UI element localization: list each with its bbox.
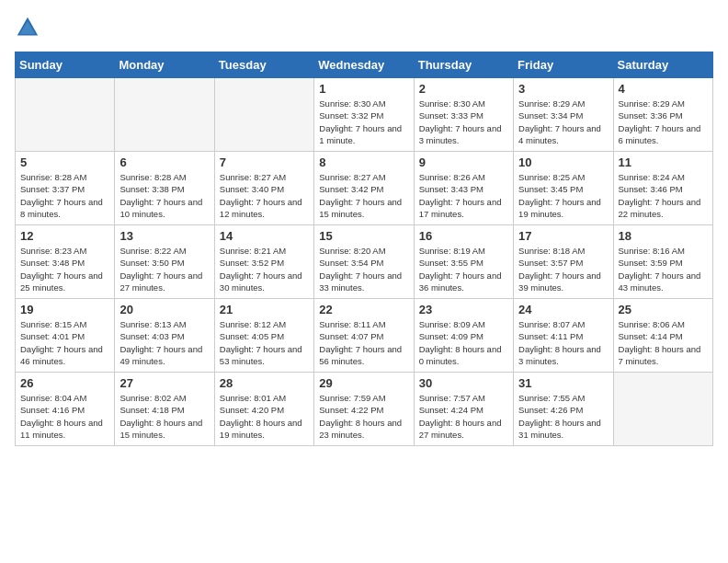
day-of-week-header: Monday	[115, 52, 214, 78]
calendar-cell: 6Sunrise: 8:28 AM Sunset: 3:38 PM Daylig…	[115, 152, 214, 225]
day-number: 27	[119, 376, 209, 390]
calendar-week-row: 19Sunrise: 8:15 AM Sunset: 4:01 PM Dayli…	[16, 299, 713, 373]
day-of-week-header: Saturday	[613, 52, 712, 78]
day-info: Sunrise: 8:27 AM Sunset: 3:40 PM Dayligh…	[220, 171, 309, 220]
day-info: Sunrise: 7:59 AM Sunset: 4:22 PM Dayligh…	[319, 392, 408, 441]
calendar-cell	[613, 373, 712, 446]
day-number: 19	[20, 303, 109, 316]
day-info: Sunrise: 8:25 AM Sunset: 3:45 PM Dayligh…	[518, 171, 608, 220]
day-info: Sunrise: 8:16 AM Sunset: 3:59 PM Dayligh…	[619, 245, 708, 293]
calendar-cell: 12Sunrise: 8:23 AM Sunset: 3:48 PM Dayli…	[16, 225, 115, 299]
calendar-cell: 3Sunrise: 8:29 AM Sunset: 3:34 PM Daylig…	[514, 78, 613, 152]
calendar-cell: 19Sunrise: 8:15 AM Sunset: 4:01 PM Dayli…	[16, 299, 115, 373]
calendar-cell: 27Sunrise: 8:02 AM Sunset: 4:18 PM Dayli…	[115, 373, 214, 446]
day-number: 20	[119, 303, 209, 316]
day-info: Sunrise: 8:26 AM Sunset: 3:43 PM Dayligh…	[419, 171, 508, 220]
day-number: 11	[619, 155, 708, 169]
calendar-cell: 14Sunrise: 8:21 AM Sunset: 3:52 PM Dayli…	[214, 225, 313, 299]
calendar-cell: 16Sunrise: 8:19 AM Sunset: 3:55 PM Dayli…	[414, 225, 513, 299]
day-number: 3	[518, 82, 608, 96]
day-number: 31	[518, 376, 608, 390]
calendar-cell: 23Sunrise: 8:09 AM Sunset: 4:09 PM Dayli…	[414, 299, 513, 373]
calendar-cell	[115, 78, 214, 152]
calendar-cell: 7Sunrise: 8:27 AM Sunset: 3:40 PM Daylig…	[214, 152, 313, 225]
calendar-cell: 25Sunrise: 8:06 AM Sunset: 4:14 PM Dayli…	[613, 299, 712, 373]
calendar-table: SundayMondayTuesdayWednesdayThursdayFrid…	[15, 52, 713, 446]
day-of-week-header: Thursday	[414, 52, 513, 78]
calendar-cell: 31Sunrise: 7:55 AM Sunset: 4:26 PM Dayli…	[514, 373, 613, 446]
calendar-cell: 24Sunrise: 8:07 AM Sunset: 4:11 PM Dayli…	[514, 299, 613, 373]
day-info: Sunrise: 8:15 AM Sunset: 4:01 PM Dayligh…	[20, 318, 109, 367]
calendar-week-row: 5Sunrise: 8:28 AM Sunset: 3:37 PM Daylig…	[16, 152, 713, 225]
day-number: 13	[119, 229, 209, 243]
day-info: Sunrise: 8:02 AM Sunset: 4:18 PM Dayligh…	[119, 392, 209, 441]
day-info: Sunrise: 8:22 AM Sunset: 3:50 PM Dayligh…	[119, 245, 209, 293]
day-number: 6	[119, 155, 209, 169]
calendar-cell: 4Sunrise: 8:29 AM Sunset: 3:36 PM Daylig…	[613, 78, 712, 152]
day-info: Sunrise: 8:18 AM Sunset: 3:57 PM Dayligh…	[518, 245, 608, 293]
day-number: 7	[220, 155, 309, 169]
day-number: 15	[319, 229, 408, 243]
day-info: Sunrise: 8:20 AM Sunset: 3:54 PM Dayligh…	[319, 245, 408, 293]
calendar-header-row: SundayMondayTuesdayWednesdayThursdayFrid…	[16, 52, 713, 78]
day-of-week-header: Wednesday	[314, 52, 414, 78]
calendar-cell: 26Sunrise: 8:04 AM Sunset: 4:16 PM Dayli…	[16, 373, 115, 446]
calendar-cell: 2Sunrise: 8:30 AM Sunset: 3:33 PM Daylig…	[414, 78, 513, 152]
calendar-cell	[16, 78, 115, 152]
day-info: Sunrise: 8:11 AM Sunset: 4:07 PM Dayligh…	[319, 318, 408, 367]
day-info: Sunrise: 8:19 AM Sunset: 3:55 PM Dayligh…	[419, 245, 508, 293]
calendar-cell: 18Sunrise: 8:16 AM Sunset: 3:59 PM Dayli…	[613, 225, 712, 299]
day-number: 25	[619, 303, 708, 316]
day-number: 5	[20, 155, 109, 169]
day-of-week-header: Tuesday	[214, 52, 313, 78]
calendar-cell: 28Sunrise: 8:01 AM Sunset: 4:20 PM Dayli…	[214, 373, 313, 446]
calendar-cell	[214, 78, 313, 152]
day-info: Sunrise: 8:30 AM Sunset: 3:33 PM Dayligh…	[419, 98, 508, 146]
calendar-cell: 20Sunrise: 8:13 AM Sunset: 4:03 PM Dayli…	[115, 299, 214, 373]
calendar-cell: 9Sunrise: 8:26 AM Sunset: 3:43 PM Daylig…	[414, 152, 513, 225]
calendar-cell: 8Sunrise: 8:27 AM Sunset: 3:42 PM Daylig…	[314, 152, 414, 225]
day-number: 14	[220, 229, 309, 243]
calendar-cell: 1Sunrise: 8:30 AM Sunset: 3:32 PM Daylig…	[314, 78, 414, 152]
calendar-cell: 13Sunrise: 8:22 AM Sunset: 3:50 PM Dayli…	[115, 225, 214, 299]
calendar-cell: 15Sunrise: 8:20 AM Sunset: 3:54 PM Dayli…	[314, 225, 414, 299]
calendar-cell: 10Sunrise: 8:25 AM Sunset: 3:45 PM Dayli…	[514, 152, 613, 225]
day-of-week-header: Friday	[514, 52, 613, 78]
day-number: 22	[319, 303, 408, 316]
logo	[15, 15, 42, 40]
day-info: Sunrise: 8:01 AM Sunset: 4:20 PM Dayligh…	[220, 392, 309, 441]
day-number: 8	[319, 155, 408, 169]
day-info: Sunrise: 8:28 AM Sunset: 3:38 PM Dayligh…	[119, 171, 209, 220]
day-info: Sunrise: 8:21 AM Sunset: 3:52 PM Dayligh…	[220, 245, 309, 293]
calendar-cell: 5Sunrise: 8:28 AM Sunset: 3:37 PM Daylig…	[16, 152, 115, 225]
day-number: 4	[619, 82, 708, 96]
calendar-week-row: 12Sunrise: 8:23 AM Sunset: 3:48 PM Dayli…	[16, 225, 713, 299]
logo-icon	[15, 15, 40, 40]
day-info: Sunrise: 8:13 AM Sunset: 4:03 PM Dayligh…	[119, 318, 209, 367]
day-number: 21	[220, 303, 309, 316]
calendar-cell: 11Sunrise: 8:24 AM Sunset: 3:46 PM Dayli…	[613, 152, 712, 225]
day-info: Sunrise: 8:27 AM Sunset: 3:42 PM Dayligh…	[319, 171, 408, 220]
day-info: Sunrise: 8:29 AM Sunset: 3:36 PM Dayligh…	[619, 98, 708, 146]
day-number: 2	[419, 82, 508, 96]
day-number: 17	[518, 229, 608, 243]
calendar-body: 1Sunrise: 8:30 AM Sunset: 3:32 PM Daylig…	[16, 78, 713, 446]
page-header	[15, 15, 713, 40]
day-info: Sunrise: 8:29 AM Sunset: 3:34 PM Dayligh…	[518, 98, 608, 146]
day-number: 12	[20, 229, 109, 243]
day-number: 24	[518, 303, 608, 316]
calendar-cell: 30Sunrise: 7:57 AM Sunset: 4:24 PM Dayli…	[414, 373, 513, 446]
day-number: 16	[419, 229, 508, 243]
calendar-week-row: 1Sunrise: 8:30 AM Sunset: 3:32 PM Daylig…	[16, 78, 713, 152]
calendar-week-row: 26Sunrise: 8:04 AM Sunset: 4:16 PM Dayli…	[16, 373, 713, 446]
day-of-week-header: Sunday	[16, 52, 115, 78]
day-info: Sunrise: 7:55 AM Sunset: 4:26 PM Dayligh…	[518, 392, 608, 441]
day-info: Sunrise: 8:28 AM Sunset: 3:37 PM Dayligh…	[20, 171, 109, 220]
day-number: 18	[619, 229, 708, 243]
calendar-cell: 21Sunrise: 8:12 AM Sunset: 4:05 PM Dayli…	[214, 299, 313, 373]
day-info: Sunrise: 8:09 AM Sunset: 4:09 PM Dayligh…	[419, 318, 508, 367]
day-info: Sunrise: 8:30 AM Sunset: 3:32 PM Dayligh…	[319, 98, 408, 146]
day-info: Sunrise: 8:12 AM Sunset: 4:05 PM Dayligh…	[220, 318, 309, 367]
day-info: Sunrise: 8:06 AM Sunset: 4:14 PM Dayligh…	[619, 318, 708, 367]
calendar-cell: 29Sunrise: 7:59 AM Sunset: 4:22 PM Dayli…	[314, 373, 414, 446]
